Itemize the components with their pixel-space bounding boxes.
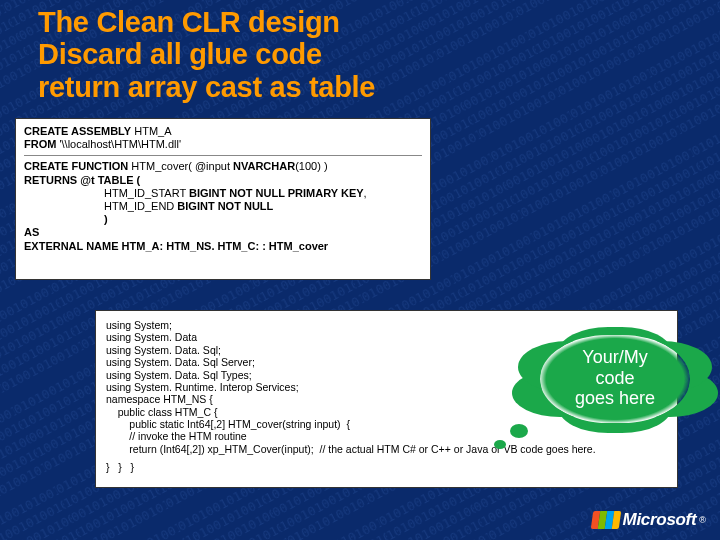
bubble-tail-dot bbox=[494, 440, 506, 449]
code-l1: using System; bbox=[106, 319, 667, 331]
bubble-line-1: Your/My bbox=[540, 347, 690, 368]
sql-line-8: AS bbox=[24, 226, 422, 239]
title-line-2: Discard all glue code bbox=[38, 38, 375, 70]
code-l12: } } } bbox=[106, 461, 667, 473]
bubble-text: Your/My code goes here bbox=[540, 347, 690, 409]
microsoft-logo: Microsoft® bbox=[592, 510, 706, 530]
microsoft-flag-icon bbox=[592, 511, 620, 529]
sql-line-2: FROM '\\localhost\HTM\HTM.dll' bbox=[24, 138, 422, 151]
bubble-line-2: code bbox=[540, 368, 690, 389]
thought-bubble: Your/My code goes here bbox=[540, 335, 690, 423]
sql-line-7: ) bbox=[104, 213, 422, 226]
sql-line-1: CREATE ASSEMBLY HTM_A bbox=[24, 125, 422, 138]
title-line-1: The Clean CLR design bbox=[38, 6, 375, 38]
slide-title: The Clean CLR design Discard all glue co… bbox=[38, 6, 375, 103]
registered-mark: ® bbox=[699, 515, 706, 525]
code-l10: // invoke the HTM routine bbox=[106, 430, 667, 442]
sql-panel: CREATE ASSEMBLY HTM_A FROM '\\localhost\… bbox=[15, 118, 431, 280]
bubble-tail-dot bbox=[510, 424, 528, 438]
code-l11: return (Int64[,2]) xp_HTM_Cover(input); … bbox=[106, 443, 667, 455]
sql-line-4: RETURNS @t TABLE ( bbox=[24, 174, 422, 187]
sql-line-6: HTM_ID_END BIGINT NOT NULL bbox=[104, 200, 422, 213]
sql-divider bbox=[24, 155, 422, 156]
sql-line-3: CREATE FUNCTION HTM_cover( @input NVARCH… bbox=[24, 160, 422, 173]
title-line-3: return array cast as table bbox=[38, 71, 375, 103]
sql-line-5: HTM_ID_START BIGINT NOT NULL PRIMARY KEY… bbox=[104, 187, 422, 200]
logo-text: Microsoft bbox=[623, 510, 697, 530]
sql-line-9: EXTERNAL NAME HTM_A: HTM_NS. HTM_C: : HT… bbox=[24, 240, 422, 253]
bubble-line-3: goes here bbox=[540, 388, 690, 409]
